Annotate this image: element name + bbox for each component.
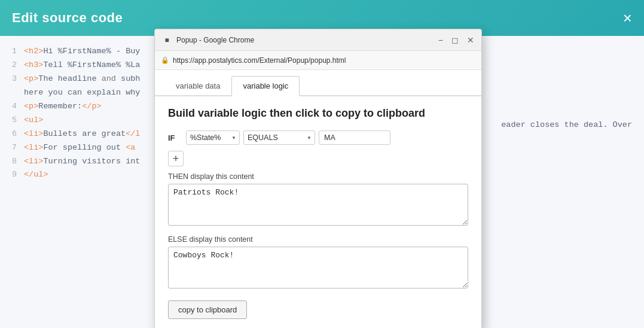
chrome-minimize-icon[interactable]: − <box>438 36 443 44</box>
code-overflow-text: eader closes the deal. Over <box>501 119 632 132</box>
copy-to-clipboard-button[interactable]: copy to clipboard <box>168 300 247 319</box>
tabs-row: variable data variable logic <box>155 70 481 96</box>
chrome-popup-window: ■ Popup - Google Chrome − ◻ ✕ 🔒 https://… <box>154 29 482 328</box>
condition-row: IF %State% EQUALS NOT EQUALS CONTAINS ST… <box>168 130 468 145</box>
chrome-close-icon[interactable]: ✕ <box>467 36 474 44</box>
chrome-addressbar: 🔒 https://app.postalytics.com/External/P… <box>155 51 481 70</box>
tab-variable-data[interactable]: variable data <box>164 76 231 96</box>
page-title: Edit source code <box>12 10 123 26</box>
then-label: THEN display this content <box>168 172 468 181</box>
chrome-titlebar: ■ Popup - Google Chrome − ◻ ✕ <box>155 29 481 51</box>
popup-body: Build variable logic then click to copy … <box>155 96 481 328</box>
close-icon[interactable]: × <box>623 10 632 26</box>
chrome-lock-icon: 🔒 <box>161 56 169 64</box>
if-label: IF <box>168 133 182 142</box>
then-textarea[interactable]: Patriots Rock! <box>168 184 468 226</box>
chrome-favicon: ■ <box>162 35 172 45</box>
variable-select[interactable]: %State% <box>186 130 240 145</box>
chrome-window-controls: − ◻ ✕ <box>438 36 474 44</box>
chrome-url-text[interactable]: https://app.postalytics.com/External/Pop… <box>173 56 346 65</box>
add-condition-button[interactable]: + <box>168 151 184 166</box>
popup-heading: Build variable logic then click to copy … <box>168 107 468 120</box>
else-label: ELSE display this content <box>168 235 468 244</box>
chrome-window-title: Popup - Google Chrome <box>176 36 434 44</box>
popup-content: variable data variable logic Build varia… <box>155 70 481 328</box>
chrome-maximize-icon[interactable]: ◻ <box>451 36 459 44</box>
tab-variable-logic[interactable]: variable logic <box>231 76 300 96</box>
equals-select-wrapper[interactable]: EQUALS NOT EQUALS CONTAINS STARTS WITH <box>243 130 315 145</box>
equals-select[interactable]: EQUALS NOT EQUALS CONTAINS STARTS WITH <box>243 130 315 145</box>
condition-value-input[interactable] <box>319 130 390 145</box>
else-textarea[interactable]: Cowboys Rock! <box>168 247 468 288</box>
variable-select-wrapper[interactable]: %State% <box>186 130 240 145</box>
